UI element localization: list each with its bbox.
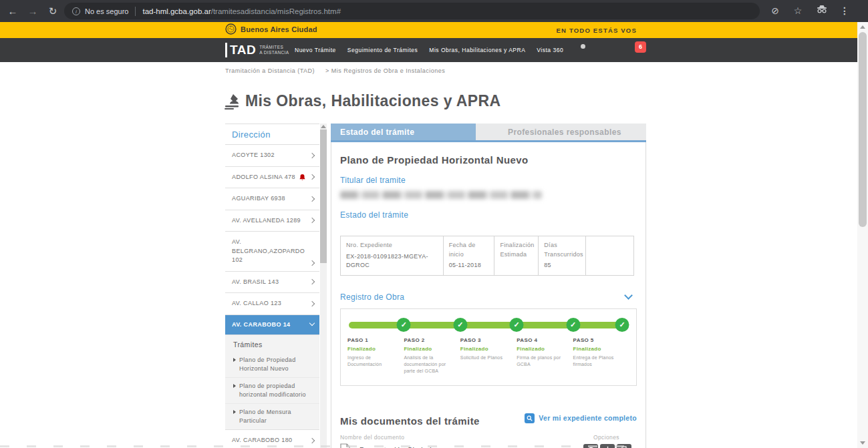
tramite-item-ph-modificatorio[interactable]: Plano de propiedad horizontal modificato…	[225, 378, 319, 404]
scroll-up-icon[interactable]	[321, 125, 326, 128]
navbar-menu: Nuevo Trámite Seguimiento de Trámites Mi…	[295, 38, 563, 62]
sidebar-item-acoyte[interactable]: ACOYTE 1302	[225, 145, 319, 167]
chevron-right-icon	[309, 279, 315, 284]
chevron-right-icon	[309, 260, 315, 265]
page-scroll-thumb[interactable]	[859, 32, 867, 227]
registro-de-obra-row: Registro de Obra	[340, 292, 637, 302]
breadcrumb: Tramitación a Distancia (TAD) > Mis Regi…	[225, 67, 445, 74]
expediente-nro-value: EX-2018-01091823-MGEYA-DGROC	[346, 252, 438, 270]
sidebar-item-belgrano[interactable]: AV. BELGRANO,AZOPARDO 102	[225, 232, 319, 272]
tad-logo-bar	[225, 43, 227, 57]
ver-expediente-link[interactable]: Ver mi expediente completo	[525, 413, 637, 423]
tab-estado-del-tramite[interactable]: Estado del trámite	[331, 124, 476, 140]
stamp-icon	[224, 93, 240, 110]
triangle-bullet-icon	[233, 410, 236, 414]
sidebar-scroll-thumb[interactable]	[320, 130, 327, 263]
city-seal-icon	[225, 23, 237, 35]
tramite-title: Plano de Propiedad Horizontal Nuevo	[340, 154, 637, 166]
tad-logo-text: TAD	[230, 43, 256, 57]
chevron-right-icon	[309, 438, 315, 443]
tramite-item-ph-nuevo[interactable]: Plano de Propiedad Horizontal Nuevo	[225, 352, 319, 378]
sidebar-item-callao[interactable]: AV. CALLAO 123	[225, 293, 319, 315]
documents-title: Mis documentos del trámite	[340, 415, 480, 427]
step-4: PASO 4 Finalizado Firma de planos por GC…	[517, 337, 573, 375]
collapse-chevron-icon[interactable]	[624, 291, 633, 300]
breadcrumb-root[interactable]: Tramitación a Distancia (TAD)	[225, 67, 315, 74]
user-icon	[581, 44, 585, 49]
tab-profesionales-responsables[interactable]: Profesionales responsables	[476, 124, 646, 140]
reload-icon[interactable]: ↻	[45, 4, 60, 19]
documents-header: Mis documentos del trámite Ver mi expedi…	[340, 410, 637, 427]
bookmark-star-icon[interactable]: ☆	[790, 3, 805, 18]
notification-badge[interactable]: 6	[635, 41, 646, 53]
step-1: PASO 1 Finalizado Ingreso de Documentaci…	[347, 337, 404, 375]
registro-de-obra-link[interactable]: Registro de Obra	[340, 292, 404, 302]
check-icon-step3: ✓	[510, 318, 524, 332]
scroll-down-icon[interactable]	[860, 441, 865, 445]
menu-item-nuevo-tramite[interactable]: Nuevo Trámite	[295, 47, 336, 53]
back-icon[interactable]: ←	[5, 4, 20, 19]
menu-item-seguimiento[interactable]: Seguimiento de Trámites	[347, 47, 418, 53]
user-account[interactable]	[581, 43, 626, 49]
chevron-right-icon	[309, 153, 315, 158]
address-bar[interactable]: i No es seguro tad-hml.gcba.gob.ar/trami…	[64, 3, 760, 19]
expediente-table: Nro. Expediente EX-2018-01091823-MGEYA-D…	[340, 236, 634, 276]
dias-value: 85	[544, 261, 579, 270]
breadcrumb-current: > Mis Registros de Obra e Instalaciones	[325, 67, 445, 74]
sidebar-header: Dirección	[225, 124, 319, 145]
direcciones-sidebar: Dirección ACOYTE 1302 ADOLFO ALSINA 478 …	[225, 124, 319, 448]
fecha-inicio-label: Fecha de inicio	[449, 241, 489, 259]
sidebar-item-brasil[interactable]: AV. BRASIL 143	[225, 272, 319, 294]
chrome-menu-icon[interactable]: ⋮	[837, 3, 852, 18]
info-icon[interactable]: i	[72, 7, 80, 15]
triangle-bullet-icon	[233, 384, 236, 388]
main-content: Estado del trámite Profesionales respons…	[331, 124, 646, 448]
chevron-down-icon	[309, 320, 315, 326]
tad-logo-subtext: TRÁMITESA DISTANCIA	[259, 45, 289, 56]
forward-icon[interactable]: →	[25, 4, 40, 19]
page-bottom-artifact	[0, 445, 641, 447]
progress-bar: ✓ ✓ ✓ ✓ ✓	[347, 318, 629, 332]
page-scrollbar[interactable]	[857, 22, 868, 448]
url-domain: tad-hml.gcba.gob.ar	[142, 7, 210, 15]
main-navbar: TAD TRÁMITESA DISTANCIA Nuevo Trámite Se…	[0, 38, 857, 62]
step-2: PASO 2 Finalizado Análisis de la documen…	[404, 337, 460, 375]
expediente-nro-label: Nro. Expediente	[346, 241, 438, 250]
url-path: /tramitesadistancia/misRegistros.htm#	[211, 7, 341, 15]
search-icon	[525, 413, 535, 423]
estado-panel: Plano de Propiedad Horizontal Nuevo Titu…	[331, 142, 646, 448]
alert-bell-icon	[299, 174, 305, 181]
fecha-inicio-value: 05-11-2018	[449, 261, 489, 270]
chevron-right-icon	[309, 174, 315, 180]
zoom-out-icon[interactable]: ⊘	[768, 3, 782, 18]
progress-track	[349, 322, 628, 328]
chevron-right-icon	[309, 218, 315, 223]
menu-item-vista-360[interactable]: Vista 360	[537, 47, 563, 53]
page-title: Mis Obras, Habilitaciones y APRA	[245, 92, 501, 110]
sidebar-item-adolfo-alsina[interactable]: ADOLFO ALSINA 478	[225, 167, 319, 189]
step-5: PASO 5 Finalizado Entrega de Planos firm…	[573, 337, 629, 375]
city-banner: Buenos Aires Ciudad EN TODO ESTÁS VOS	[0, 22, 857, 38]
sidebar-item-avellaneda[interactable]: AV. AVELLANEDA 1289	[225, 210, 319, 232]
sidebar-item-carabobo-14-selected[interactable]: AV. CARABOBO 14	[225, 315, 319, 336]
col-opciones: Opciones	[593, 434, 619, 441]
check-icon-step2: ✓	[453, 318, 467, 332]
expediente-empty-cell	[585, 236, 633, 276]
chevron-right-icon	[309, 301, 315, 306]
incognito-icon[interactable]	[815, 3, 829, 18]
scroll-up-icon[interactable]	[860, 25, 865, 29]
documents-column-headers: Nombre del documento Opciones	[340, 434, 637, 441]
sidebar-scrollbar[interactable]	[320, 124, 327, 448]
buenos-aires-logo[interactable]: Buenos Aires Ciudad	[225, 23, 317, 35]
estado-label: Estado del trámite	[340, 210, 637, 220]
tramites-subpanel: Trámites Plano de Propiedad Horizontal N…	[225, 335, 319, 430]
steps-row: PASO 1 Finalizado Ingreso de Documentaci…	[347, 337, 629, 375]
tad-logo[interactable]: TAD TRÁMITESA DISTANCIA	[225, 43, 289, 57]
tramite-item-mensura[interactable]: Plano de Mensura Particular	[225, 404, 319, 429]
page-title-block: Mis Obras, Habilitaciones y APRA	[224, 92, 501, 110]
col-nombre: Nombre del documento	[340, 434, 404, 441]
titular-label: Titular del tramite	[340, 176, 637, 185]
sidebar-item-aguaribay[interactable]: AGUARIBAY 6938	[225, 188, 319, 210]
titular-name-redacted	[340, 191, 542, 199]
menu-item-mis-obras[interactable]: Mis Obras, Habilitaciones y APRA	[429, 47, 525, 53]
